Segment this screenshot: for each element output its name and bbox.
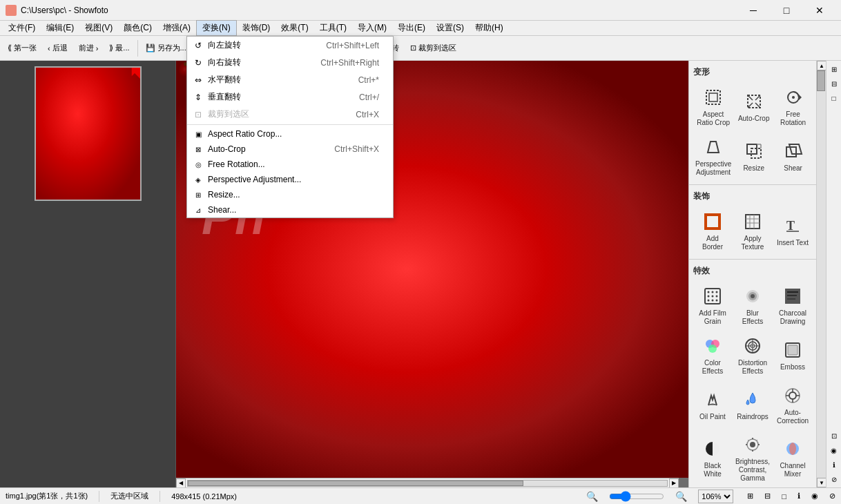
status-icon-2[interactable]: ⊟ xyxy=(764,492,771,501)
blur-effects-tool[interactable]: Blur Effects xyxy=(733,281,772,329)
menu-shear[interactable]: ⊿ Shear... xyxy=(187,202,393,217)
side-tool-7[interactable]: ⊘ xyxy=(827,472,841,486)
insert-text-tool[interactable]: T Insert Text xyxy=(773,206,812,255)
maximize-button[interactable]: □ xyxy=(771,1,802,20)
last-button[interactable]: ⟫ 最... xyxy=(104,39,134,58)
save-as-button[interactable]: 💾 另存为... xyxy=(141,39,191,58)
zoom-select[interactable]: 106% 100% 75% 50% 25% Fit xyxy=(698,490,733,503)
raindrops-tool[interactable]: Raindrops xyxy=(733,380,772,429)
menu-enhance[interactable]: 增强(A) xyxy=(157,21,196,35)
insert-text-icon: T xyxy=(782,215,804,237)
aspect-ratio-crop-tool[interactable]: Aspect Ratio Crop xyxy=(693,82,733,130)
status-icon-1[interactable]: ⊞ xyxy=(747,492,753,501)
scroll-thumb-v[interactable] xyxy=(817,70,825,91)
menu-view[interactable]: 视图(V) xyxy=(79,21,118,35)
menu-perspective[interactable]: ◈ Perspective Adjustment... xyxy=(187,172,393,187)
scroll-right-button[interactable]: ▶ xyxy=(669,478,679,488)
menu-export[interactable]: 导出(E) xyxy=(392,21,431,35)
oil-paint-tool[interactable]: Oil Paint xyxy=(693,380,732,429)
transform-section-title: 变形 xyxy=(692,64,813,81)
horizontal-scrollbar[interactable]: ◀ ▶ xyxy=(176,478,679,487)
svg-line-9 xyxy=(748,103,753,108)
crop-to-selection-button[interactable]: ⊡ 裁剪到选区 xyxy=(405,39,461,58)
menu-file[interactable]: 文件(F) xyxy=(3,21,41,35)
zoom-out-icon[interactable]: 🔍 xyxy=(586,491,598,502)
resize-tool[interactable]: Resize xyxy=(735,132,773,180)
add-border-tool[interactable]: Add Border xyxy=(693,206,732,255)
side-tool-1[interactable]: ⊞ xyxy=(827,62,841,76)
charcoal-drawing-tool[interactable]: Charcoal Drawing xyxy=(773,281,812,329)
status-icon-6[interactable]: ⊘ xyxy=(829,492,835,501)
scroll-left-button[interactable]: ◀ xyxy=(176,478,186,488)
thumbnail-image xyxy=(36,68,140,200)
menu-effects[interactable]: 效果(T) xyxy=(276,21,313,35)
scroll-down-button[interactable]: ▼ xyxy=(817,478,826,487)
status-icon-5[interactable]: ◉ xyxy=(811,492,818,501)
zoom-slider[interactable] xyxy=(609,492,664,501)
shear-tool[interactable]: Shear xyxy=(774,132,812,180)
aspect-ratio-crop-icon xyxy=(702,86,724,108)
side-tool-6[interactable]: ℹ xyxy=(827,458,841,472)
resize-icon xyxy=(743,140,765,162)
first-image-button[interactable]: ⟪ 第一张 xyxy=(3,39,41,58)
menu-aspect-ratio-crop[interactable]: ▣ Aspect Ratio Crop... xyxy=(187,126,393,142)
menu-flip-horizontal[interactable]: ⇔ 水平翻转 Ctrl+* xyxy=(187,71,393,88)
menu-crop-selection: ⊡ 裁剪到选区 Ctrl+X xyxy=(187,106,393,123)
status-icon-4[interactable]: ℹ xyxy=(798,492,800,501)
main-layout: Ph ◀ xyxy=(0,61,841,487)
side-toolbar: ⊞ ⊟ □ ⊡ ◉ ℹ ⊘ xyxy=(826,61,841,487)
black-white-tool[interactable]: Black White xyxy=(693,430,732,486)
color-effects-tool[interactable]: Color Effects xyxy=(693,331,732,379)
menu-decorate[interactable]: 装饰(D) xyxy=(237,21,276,35)
channel-mixer-tool[interactable]: Channel Mixer xyxy=(773,430,812,486)
zoom-in-icon[interactable]: 🔍 xyxy=(675,491,687,502)
scroll-thumb-h[interactable] xyxy=(188,481,523,486)
svg-rect-23 xyxy=(706,215,719,229)
scroll-up-button[interactable]: ▲ xyxy=(817,61,826,70)
menu-color[interactable]: 颜色(C) xyxy=(118,21,157,35)
add-film-grain-tool[interactable]: Add Film Grain xyxy=(693,281,732,329)
emboss-tool[interactable]: Emboss xyxy=(773,331,812,379)
free-rotation-tool[interactable]: Free Rotation xyxy=(774,82,812,130)
right-panel-scrollbar[interactable]: ▲ ▼ xyxy=(816,61,826,487)
side-tool-2[interactable]: ⊟ xyxy=(827,77,841,90)
toolbar-separator-1 xyxy=(137,40,138,57)
forward-button[interactable]: 前进 › xyxy=(74,39,104,58)
menu-transform[interactable]: 变换(N) xyxy=(196,20,237,36)
side-tool-5[interactable]: ◉ xyxy=(827,443,841,457)
menu-import[interactable]: 导入(M) xyxy=(352,21,392,35)
menu-edit[interactable]: 编辑(E) xyxy=(41,21,79,35)
toolbar: ⟪ 第一张 ‹ 后退 前进 › ⟫ 最... 💾 另存为... ↩ 撤销 ↪ 重… xyxy=(0,36,841,61)
back-button[interactable]: ‹ 后退 xyxy=(43,39,72,58)
side-tool-3[interactable]: □ xyxy=(827,91,841,105)
menu-auto-crop[interactable]: ⊠ Auto-Crop Ctrl+Shift+X xyxy=(187,142,393,157)
menu-rotate-left[interactable]: ↺ 向左旋转 Ctrl+Shift+Left xyxy=(187,37,393,54)
menu-settings[interactable]: 设置(S) xyxy=(431,21,470,35)
minimize-button[interactable]: ─ xyxy=(737,1,769,20)
status-icon-3[interactable]: □ xyxy=(782,492,786,501)
rotate-left-icon: ↺ xyxy=(193,40,204,51)
distortion-effects-tool[interactable]: Distortion Effects xyxy=(733,331,772,379)
side-tool-4[interactable]: ⊡ xyxy=(827,429,841,443)
brightness-contrast-gamma-tool[interactable]: Brightness, Contrast, Gamma xyxy=(733,430,772,486)
black-white-label: Black White xyxy=(695,462,730,478)
arrow-indicator xyxy=(128,66,142,80)
apply-texture-tool[interactable]: Apply Texture xyxy=(733,206,772,255)
channel-mixer-icon xyxy=(782,438,804,460)
menu-help[interactable]: 帮助(H) xyxy=(470,21,509,35)
svg-point-38 xyxy=(707,299,709,301)
resize-label: Resize xyxy=(743,164,764,173)
charcoal-drawing-icon xyxy=(782,285,804,307)
menu-free-rotation[interactable]: ◎ Free Rotation... xyxy=(187,157,393,172)
perspective-adjustment-tool[interactable]: Perspective Adjustment xyxy=(693,132,733,180)
close-button[interactable]: ✕ xyxy=(804,1,835,20)
svg-point-74 xyxy=(789,443,796,455)
flip-v-icon: ⇕ xyxy=(193,92,204,103)
menu-rotate-right[interactable]: ↻ 向右旋转 Ctrl+Shift+Right xyxy=(187,54,393,71)
raindrops-label: Raindrops xyxy=(737,413,768,421)
menu-flip-vertical[interactable]: ⇕ 垂直翻转 Ctrl+/ xyxy=(187,88,393,106)
menu-tools[interactable]: 工具(T) xyxy=(314,21,352,35)
auto-crop-tool[interactable]: Auto-Crop xyxy=(735,82,773,130)
menu-resize[interactable]: ⊞ Resize... xyxy=(187,187,393,202)
auto-correction-tool[interactable]: Auto-Correction xyxy=(773,380,812,429)
